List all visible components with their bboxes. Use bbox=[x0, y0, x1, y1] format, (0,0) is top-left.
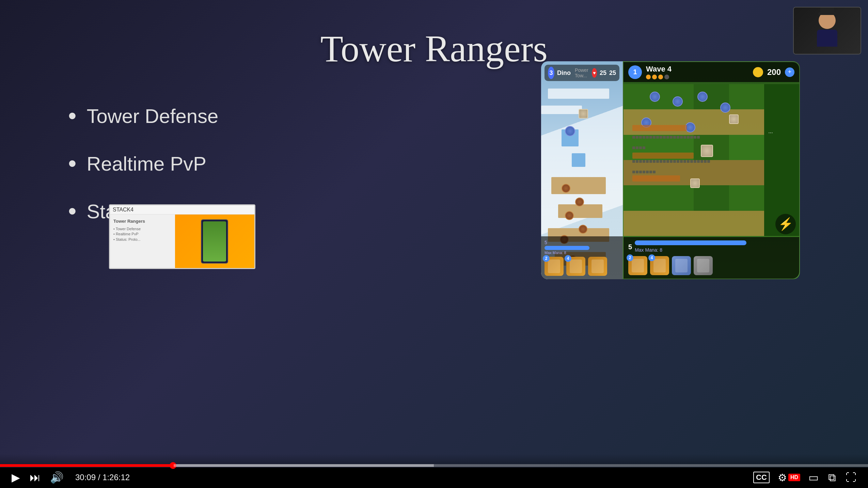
ice-block-2 bbox=[572, 153, 585, 167]
card-badge-2: 2 bbox=[543, 255, 550, 262]
settings-gear-icon: ⚙ bbox=[778, 472, 787, 484]
video-controls[interactable]: ▶ ⏭ 🔊 30:09 / 1:26:12 CC ⚙ HD bbox=[0, 454, 868, 488]
progress-bar[interactable] bbox=[0, 464, 868, 467]
add-coin-btn[interactable]: + bbox=[785, 67, 794, 77]
row-4 bbox=[624, 160, 799, 185]
settings-container: ⚙ HD bbox=[776, 470, 800, 485]
mana-val-right: 5 bbox=[628, 243, 632, 251]
wave-dot-1 bbox=[646, 75, 651, 79]
card-badge-r4: 4 bbox=[648, 254, 655, 261]
theater-button[interactable]: ▭ bbox=[807, 470, 820, 485]
max-mana-right: Max Mana: 8 bbox=[635, 247, 794, 253]
skip-button[interactable]: ⏭ bbox=[28, 470, 42, 485]
coin-count: 200 bbox=[767, 67, 781, 77]
volume-button[interactable]: 🔊 bbox=[49, 470, 65, 485]
player-info-bar: 3 Dino Power Tow... ♥ 25 25 bbox=[545, 65, 619, 81]
thumbnail-timestamp: 26:01 bbox=[173, 267, 191, 269]
time-total: 1:26:12 bbox=[102, 473, 130, 482]
card-2-left: 4 bbox=[566, 257, 585, 276]
controls-row: ▶ ⏭ 🔊 30:09 / 1:26:12 CC ⚙ HD bbox=[0, 467, 868, 488]
wave-level-circle: 1 bbox=[628, 65, 642, 79]
game-grid bbox=[624, 84, 799, 236]
snow-block bbox=[548, 89, 609, 99]
card-row-left: 2 4 bbox=[545, 257, 619, 276]
left-game-tower bbox=[579, 109, 588, 119]
wave-dot-4 bbox=[664, 75, 669, 79]
play-button[interactable]: ▶ bbox=[10, 470, 21, 485]
left-game-brown-unit-1 bbox=[562, 184, 570, 193]
row-3 bbox=[624, 135, 799, 160]
mana-row-right: 5 Max Mana: 8 bbox=[628, 240, 794, 255]
snow-block-2 bbox=[541, 106, 582, 114]
cc-button[interactable]: CC bbox=[753, 472, 770, 483]
bullet-item-1: Tower Defense bbox=[68, 102, 238, 129]
time-current: 30:09 bbox=[75, 473, 96, 482]
webcam-overlay bbox=[793, 7, 861, 54]
miniplayer-icon: ⧉ bbox=[828, 471, 836, 484]
video-thumbnail-preview[interactable]: STACK4 Tower Rangers • Tower Defense • R… bbox=[109, 204, 255, 269]
right-controls: CC ⚙ HD ▭ ⧉ ⛶ bbox=[753, 470, 858, 485]
card-badge-4: 4 bbox=[565, 255, 571, 262]
lightning-skill-icon[interactable]: ⚡ bbox=[775, 214, 796, 234]
thumbnail-phone bbox=[201, 219, 228, 264]
wave-bar: 1 Wave 4 200 + bbox=[624, 62, 799, 82]
webcam-face bbox=[819, 12, 836, 29]
player-name: Dino bbox=[557, 69, 571, 77]
skip-icon: ⏭ bbox=[30, 471, 41, 484]
wave-dot-2 bbox=[652, 75, 657, 79]
mana-bar-left bbox=[545, 246, 589, 250]
game-screenshots-area: 3 Dino Power Tow... ♥ 25 25 5 Max Mana: … bbox=[541, 61, 800, 279]
row-1 bbox=[624, 84, 799, 109]
card-3-left bbox=[588, 257, 607, 276]
mana-bar-right bbox=[635, 240, 746, 245]
miniplayer-button[interactable]: ⧉ bbox=[827, 470, 837, 485]
fullscreen-icon: ⛶ bbox=[846, 471, 856, 484]
volume-icon: 🔊 bbox=[50, 471, 64, 484]
game-right-screenshot: 1 Wave 4 200 + bbox=[623, 61, 800, 279]
left-game-brown-unit-3 bbox=[565, 211, 574, 220]
webcam-hat bbox=[820, 7, 834, 14]
wave-dots bbox=[646, 75, 672, 79]
card-row-right: 2 4 bbox=[628, 256, 794, 275]
left-game-hud: 5 Max Mana: 8 2 4 bbox=[541, 236, 623, 279]
card-3-right bbox=[672, 256, 691, 275]
fullscreen-button[interactable]: ⛶ bbox=[844, 470, 858, 485]
player-avatar: 3 bbox=[548, 67, 554, 79]
progress-buffered bbox=[174, 464, 434, 467]
time-display: 30:09 / 1:26:12 bbox=[75, 473, 130, 482]
slide-background: Tower Rangers Tower Defense Realtime PvP… bbox=[0, 0, 868, 468]
player-score-1: 25 bbox=[600, 69, 606, 77]
wave-text: Wave 4 bbox=[646, 65, 672, 74]
row-2 bbox=[624, 109, 799, 135]
coin-icon bbox=[753, 67, 763, 77]
card-1-left: 2 bbox=[545, 257, 564, 276]
mana-value-left: 5 bbox=[545, 240, 619, 245]
game-left-screenshot: 3 Dino Power Tow... ♥ 25 25 5 Max Mana: … bbox=[541, 61, 623, 279]
player-score-2: 25 bbox=[609, 69, 616, 77]
row-5 bbox=[624, 185, 799, 210]
max-mana-label-left: Max Mana: 8 bbox=[545, 251, 619, 255]
settings-button[interactable]: ⚙ bbox=[776, 470, 788, 485]
webcam-body bbox=[817, 30, 837, 47]
left-game-blue-unit-1 bbox=[565, 126, 575, 136]
slide-title: Tower Rangers bbox=[320, 27, 548, 70]
card-2-right: 4 bbox=[650, 256, 669, 275]
play-icon: ▶ bbox=[12, 471, 20, 484]
left-game-brown-unit-4 bbox=[579, 225, 587, 234]
right-game-hud: 5 Max Mana: 8 2 4 bbox=[624, 237, 799, 279]
player-health: ♥ bbox=[592, 68, 597, 78]
thumbnail-text: Tower Rangers • Tower Defense • Realtime… bbox=[110, 215, 175, 268]
mana-bar-container-right: Max Mana: 8 bbox=[635, 240, 794, 255]
mana-container-left: 5 Max Mana: 8 bbox=[545, 240, 619, 255]
webcam-video bbox=[794, 7, 861, 54]
theater-icon: ▭ bbox=[808, 471, 819, 484]
thumbnail-game-preview bbox=[175, 215, 254, 268]
thumbnail-title: STACK4 bbox=[110, 205, 254, 215]
webcam-person bbox=[814, 12, 841, 49]
wave-dot-3 bbox=[658, 75, 663, 79]
card-1-right: 2 bbox=[628, 256, 647, 275]
row-6 bbox=[624, 211, 799, 236]
bullet-item-2: Realtime PvP bbox=[68, 150, 238, 177]
card-badge-r2: 2 bbox=[627, 254, 633, 261]
path-block bbox=[551, 177, 606, 194]
